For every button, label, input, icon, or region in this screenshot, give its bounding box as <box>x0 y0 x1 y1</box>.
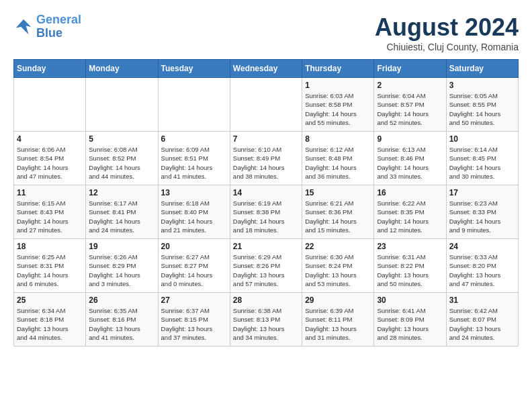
weekday-header-row: SundayMondayTuesdayWednesdayThursdayFrid… <box>14 60 519 78</box>
day-info: Sunrise: 6:13 AM Sunset: 8:46 PM Dayligh… <box>377 145 443 181</box>
day-number: 9 <box>377 134 443 144</box>
day-info: Sunrise: 6:12 AM Sunset: 8:48 PM Dayligh… <box>305 145 371 181</box>
day-number: 28 <box>233 295 299 305</box>
day-info: Sunrise: 6:09 AM Sunset: 8:51 PM Dayligh… <box>161 145 227 181</box>
day-info: Sunrise: 6:37 AM Sunset: 8:15 PM Dayligh… <box>161 306 227 342</box>
day-info: Sunrise: 6:41 AM Sunset: 8:09 PM Dayligh… <box>377 306 443 342</box>
day-info: Sunrise: 6:17 AM Sunset: 8:41 PM Dayligh… <box>89 199 154 234</box>
calendar-cell <box>158 78 230 132</box>
day-info: Sunrise: 6:38 AM Sunset: 8:13 PM Dayligh… <box>233 306 299 342</box>
day-info: Sunrise: 6:35 AM Sunset: 8:16 PM Dayligh… <box>89 306 154 342</box>
day-info: Sunrise: 6:08 AM Sunset: 8:52 PM Dayligh… <box>89 145 154 181</box>
svg-marker-0 <box>16 19 32 35</box>
calendar-table: SundayMondayTuesdayWednesdayThursdayFrid… <box>13 59 519 347</box>
day-info: Sunrise: 6:05 AM Sunset: 8:55 PM Dayligh… <box>449 91 515 127</box>
day-number: 12 <box>89 188 154 197</box>
day-number: 19 <box>89 242 154 251</box>
calendar-cell: 16Sunrise: 6:22 AM Sunset: 8:35 PM Dayli… <box>374 185 446 239</box>
day-number: 30 <box>377 295 443 305</box>
calendar-cell: 5Sunrise: 6:08 AM Sunset: 8:52 PM Daylig… <box>86 132 158 185</box>
day-info: Sunrise: 6:42 AM Sunset: 8:07 PM Dayligh… <box>449 306 515 342</box>
weekday-header-tuesday: Tuesday <box>158 60 230 78</box>
calendar-cell: 18Sunrise: 6:25 AM Sunset: 8:31 PM Dayli… <box>14 239 86 293</box>
day-number: 27 <box>161 295 227 305</box>
day-info: Sunrise: 6:18 AM Sunset: 8:40 PM Dayligh… <box>161 199 227 234</box>
day-number: 25 <box>17 295 83 305</box>
weekday-header-sunday: Sunday <box>14 60 86 78</box>
calendar-cell: 21Sunrise: 6:29 AM Sunset: 8:26 PM Dayli… <box>230 239 302 293</box>
calendar-cell: 28Sunrise: 6:38 AM Sunset: 8:13 PM Dayli… <box>230 293 302 347</box>
weekday-header-wednesday: Wednesday <box>230 60 302 78</box>
calendar-cell: 20Sunrise: 6:27 AM Sunset: 8:27 PM Dayli… <box>158 239 230 293</box>
calendar-cell: 3Sunrise: 6:05 AM Sunset: 8:55 PM Daylig… <box>446 78 518 132</box>
calendar-cell: 23Sunrise: 6:31 AM Sunset: 8:22 PM Dayli… <box>374 239 446 293</box>
calendar-cell: 29Sunrise: 6:39 AM Sunset: 8:11 PM Dayli… <box>302 293 374 347</box>
day-number: 18 <box>17 242 83 251</box>
day-number: 2 <box>377 81 443 90</box>
day-number: 15 <box>305 188 371 197</box>
page-header: General Blue August 2024 Chiuiesti, Cluj… <box>13 13 519 52</box>
calendar-cell: 24Sunrise: 6:33 AM Sunset: 8:20 PM Dayli… <box>446 239 518 293</box>
day-number: 4 <box>17 134 83 144</box>
day-info: Sunrise: 6:14 AM Sunset: 8:45 PM Dayligh… <box>449 145 515 181</box>
day-info: Sunrise: 6:34 AM Sunset: 8:18 PM Dayligh… <box>17 306 83 342</box>
day-info: Sunrise: 6:19 AM Sunset: 8:38 PM Dayligh… <box>233 199 299 234</box>
calendar-cell: 14Sunrise: 6:19 AM Sunset: 8:38 PM Dayli… <box>230 185 302 239</box>
calendar-cell: 27Sunrise: 6:37 AM Sunset: 8:15 PM Dayli… <box>158 293 230 347</box>
calendar-cell: 30Sunrise: 6:41 AM Sunset: 8:09 PM Dayli… <box>374 293 446 347</box>
calendar-cell: 31Sunrise: 6:42 AM Sunset: 8:07 PM Dayli… <box>446 293 518 347</box>
day-number: 29 <box>305 295 371 305</box>
calendar-cell: 4Sunrise: 6:06 AM Sunset: 8:54 PM Daylig… <box>14 132 86 185</box>
calendar-cell: 11Sunrise: 6:15 AM Sunset: 8:43 PM Dayli… <box>14 185 86 239</box>
calendar-cell: 12Sunrise: 6:17 AM Sunset: 8:41 PM Dayli… <box>86 185 158 239</box>
day-number: 6 <box>161 134 227 144</box>
day-number: 11 <box>17 188 83 197</box>
location-subtitle: Chiuiesti, Cluj County, Romania <box>375 42 519 52</box>
calendar-cell: 9Sunrise: 6:13 AM Sunset: 8:46 PM Daylig… <box>374 132 446 185</box>
day-info: Sunrise: 6:15 AM Sunset: 8:43 PM Dayligh… <box>17 199 83 234</box>
calendar-cell: 8Sunrise: 6:12 AM Sunset: 8:48 PM Daylig… <box>302 132 374 185</box>
day-info: Sunrise: 6:21 AM Sunset: 8:36 PM Dayligh… <box>305 199 371 234</box>
day-number: 20 <box>161 242 227 251</box>
day-number: 23 <box>377 242 443 251</box>
day-number: 7 <box>233 134 299 144</box>
day-info: Sunrise: 6:10 AM Sunset: 8:49 PM Dayligh… <box>233 145 299 181</box>
day-info: Sunrise: 6:27 AM Sunset: 8:27 PM Dayligh… <box>161 253 227 288</box>
week-row-4: 18Sunrise: 6:25 AM Sunset: 8:31 PM Dayli… <box>14 239 519 293</box>
calendar-cell: 22Sunrise: 6:30 AM Sunset: 8:24 PM Dayli… <box>302 239 374 293</box>
calendar-cell: 10Sunrise: 6:14 AM Sunset: 8:45 PM Dayli… <box>446 132 518 185</box>
day-number: 26 <box>89 295 154 305</box>
day-number: 14 <box>233 188 299 197</box>
calendar-cell <box>230 78 302 132</box>
day-number: 5 <box>89 134 154 144</box>
day-number: 10 <box>449 134 515 144</box>
day-info: Sunrise: 6:33 AM Sunset: 8:20 PM Dayligh… <box>449 253 515 288</box>
logo-text: General Blue <box>36 13 81 40</box>
day-number: 8 <box>305 134 371 144</box>
calendar-cell <box>14 78 86 132</box>
calendar-cell: 2Sunrise: 6:04 AM Sunset: 8:57 PM Daylig… <box>374 78 446 132</box>
weekday-header-monday: Monday <box>86 60 158 78</box>
day-info: Sunrise: 6:31 AM Sunset: 8:22 PM Dayligh… <box>377 253 443 288</box>
title-block: August 2024 Chiuiesti, Cluj County, Roma… <box>375 13 519 52</box>
day-number: 13 <box>161 188 227 197</box>
weekday-header-friday: Friday <box>374 60 446 78</box>
day-number: 1 <box>305 81 371 90</box>
day-info: Sunrise: 6:39 AM Sunset: 8:11 PM Dayligh… <box>305 306 371 342</box>
day-number: 22 <box>305 242 371 251</box>
day-info: Sunrise: 6:04 AM Sunset: 8:57 PM Dayligh… <box>377 91 443 127</box>
day-info: Sunrise: 6:25 AM Sunset: 8:31 PM Dayligh… <box>17 253 83 288</box>
day-number: 17 <box>449 188 515 197</box>
day-info: Sunrise: 6:06 AM Sunset: 8:54 PM Dayligh… <box>17 145 83 181</box>
day-number: 16 <box>377 188 443 197</box>
day-number: 31 <box>449 295 515 305</box>
day-info: Sunrise: 6:22 AM Sunset: 8:35 PM Dayligh… <box>377 199 443 234</box>
calendar-cell: 19Sunrise: 6:26 AM Sunset: 8:29 PM Dayli… <box>86 239 158 293</box>
month-title: August 2024 <box>375 13 519 42</box>
calendar-cell: 15Sunrise: 6:21 AM Sunset: 8:36 PM Dayli… <box>302 185 374 239</box>
day-info: Sunrise: 6:30 AM Sunset: 8:24 PM Dayligh… <box>305 253 371 288</box>
day-number: 3 <box>449 81 515 90</box>
week-row-2: 4Sunrise: 6:06 AM Sunset: 8:54 PM Daylig… <box>14 132 519 185</box>
day-info: Sunrise: 6:26 AM Sunset: 8:29 PM Dayligh… <box>89 253 154 288</box>
day-info: Sunrise: 6:29 AM Sunset: 8:26 PM Dayligh… <box>233 253 299 288</box>
